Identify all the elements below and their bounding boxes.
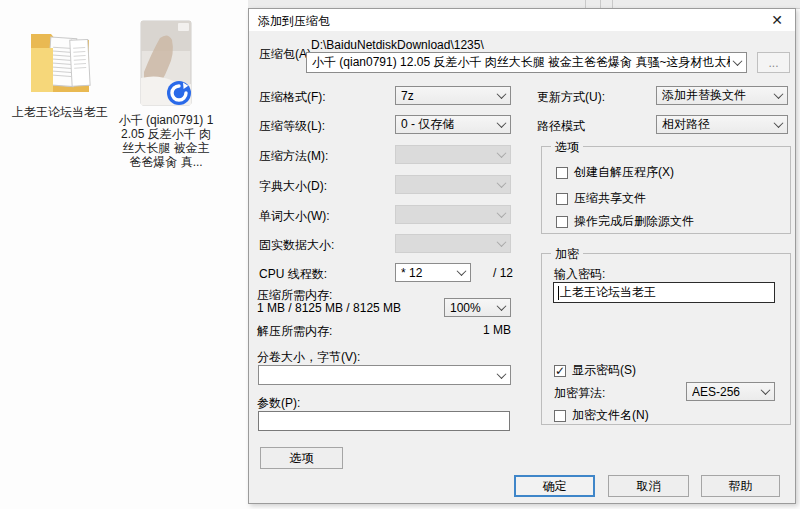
chevron-down-icon (733, 56, 743, 66)
chevron-down-icon (497, 89, 507, 99)
word-size-combobox (395, 205, 511, 224)
photo-thumbnail-icon (140, 20, 192, 106)
ok-button[interactable]: 确定 (514, 475, 595, 497)
memory-percent-combobox[interactable]: 100% (444, 298, 511, 317)
chevron-down-icon (761, 385, 771, 395)
parameters-input[interactable] (258, 411, 510, 431)
encryption-groupbox: 加密 输入密码: 上老王论坛当老王 显示密码(S) 加密算法: AES-256 … (541, 253, 791, 425)
format-label: 压缩格式(F): (259, 89, 326, 106)
cpu-threads-combobox[interactable]: * 12 (395, 263, 471, 282)
checkbox-icon[interactable] (556, 193, 568, 205)
checkbox-icon[interactable] (556, 216, 568, 228)
encrypt-filenames-checkbox[interactable]: 加密文件名(N) (554, 407, 649, 424)
compress-memory-detail: 1 MB / 8125 MB / 8125 MB (257, 301, 401, 315)
volume-size-combobox[interactable] (258, 365, 511, 385)
show-password-checkbox[interactable]: 显示密码(S) (554, 362, 636, 379)
method-label: 压缩方法(M): (259, 148, 328, 165)
method-combobox (395, 145, 511, 164)
cpu-threads-label: CPU 线程数: (259, 266, 327, 283)
encryption-algo-label: 加密算法: (554, 385, 605, 402)
decompress-memory-label: 解压所需内存: (257, 323, 332, 340)
decompress-memory-value: 1 MB (481, 323, 511, 337)
path-mode-combobox[interactable]: 相对路径 (656, 115, 788, 134)
update-mode-label: 更新方式(U): (537, 89, 605, 106)
help-button[interactable]: 帮助 (701, 475, 780, 497)
delete-after-checkbox[interactable]: 操作完成后删除源文件 (556, 213, 694, 230)
chevron-down-icon (457, 266, 467, 276)
archive-label: 压缩包(A) (259, 46, 311, 63)
cpu-threads-total: / 12 (493, 266, 513, 280)
chevron-down-icon (497, 301, 507, 311)
text-caret (558, 286, 559, 300)
password-label: 输入密码: (554, 266, 605, 283)
checkbox-checked-icon[interactable] (554, 365, 566, 377)
desktop-icon-label: 小千 (qian0791) 12.05 反差小千 肉丝大长腿 被金主爸爸爆肏 真… (118, 113, 214, 169)
chevron-down-icon (497, 178, 507, 188)
cancel-button[interactable]: 取消 (608, 475, 689, 497)
options-groupbox: 选项 创建自解压程序(X) 压缩共享文件 操作完成后删除源文件 (541, 146, 791, 234)
dictionary-combobox (395, 175, 511, 194)
solid-block-combobox (395, 234, 511, 253)
archive-name-combobox[interactable]: 小千 (qian0791) 12.05 反差小千 肉丝大长腿 被金主爸爸爆肏 真… (306, 52, 747, 73)
desktop-icon-image-file[interactable]: 小千 (qian0791) 12.05 反差小千 肉丝大长腿 被金主爸爸爆肏 真… (118, 20, 214, 169)
compress-shared-checkbox[interactable]: 压缩共享文件 (556, 190, 646, 207)
path-mode-label: 路径模式 (537, 118, 585, 135)
folder-icon (27, 24, 93, 98)
options-group-title: 选项 (551, 139, 583, 156)
close-icon[interactable]: ✕ (759, 9, 795, 31)
dictionary-label: 字典大小(D): (259, 178, 327, 195)
word-size-label: 单词大小(W): (259, 208, 330, 225)
volume-size-label: 分卷大小，字节(V): (257, 349, 360, 366)
desktop-icon-folder[interactable]: 上老王论坛当老王 (12, 24, 108, 119)
archive-directory: D:\BaiduNetdiskDownload\1235\ (311, 38, 484, 52)
chevron-down-icon (774, 118, 784, 128)
encryption-algo-combobox[interactable]: AES-256 (686, 382, 775, 401)
chevron-down-icon (497, 208, 507, 218)
level-combobox[interactable]: 0 - 仅存储 (395, 115, 511, 134)
checkbox-icon[interactable] (554, 410, 566, 422)
chevron-down-icon (497, 118, 507, 128)
chevron-down-icon (497, 369, 507, 379)
format-combobox[interactable]: 7z (395, 86, 511, 105)
options-button[interactable]: 选项 (260, 447, 343, 469)
password-input[interactable]: 上老王论坛当老王 (553, 282, 775, 303)
dialog-titlebar[interactable]: 添加到压缩包 ✕ (249, 9, 795, 31)
chevron-down-icon (774, 89, 784, 99)
checkbox-icon[interactable] (556, 167, 568, 179)
archive-name-value: 小千 (qian0791) 12.05 反差小千 肉丝大长腿 被金主爸爸爆肏 真… (312, 54, 730, 71)
parameters-label: 参数(P): (257, 395, 300, 412)
encryption-group-title: 加密 (551, 246, 583, 263)
add-to-archive-dialog: 添加到压缩包 ✕ 压缩包(A) D:\BaiduNetdiskDownload\… (248, 8, 796, 504)
update-mode-combobox[interactable]: 添加并替换文件 (656, 86, 788, 105)
dialog-title: 添加到压缩包 (258, 13, 330, 30)
create-sfx-checkbox[interactable]: 创建自解压程序(X) (556, 164, 674, 181)
chevron-down-icon (497, 148, 507, 158)
browse-button[interactable]: ... (757, 52, 790, 73)
solid-block-label: 固实数据大小: (259, 237, 334, 254)
desktop-icon-label: 上老王论坛当老王 (12, 105, 108, 119)
level-label: 压缩等级(L): (259, 118, 325, 135)
chevron-down-icon (497, 237, 507, 247)
